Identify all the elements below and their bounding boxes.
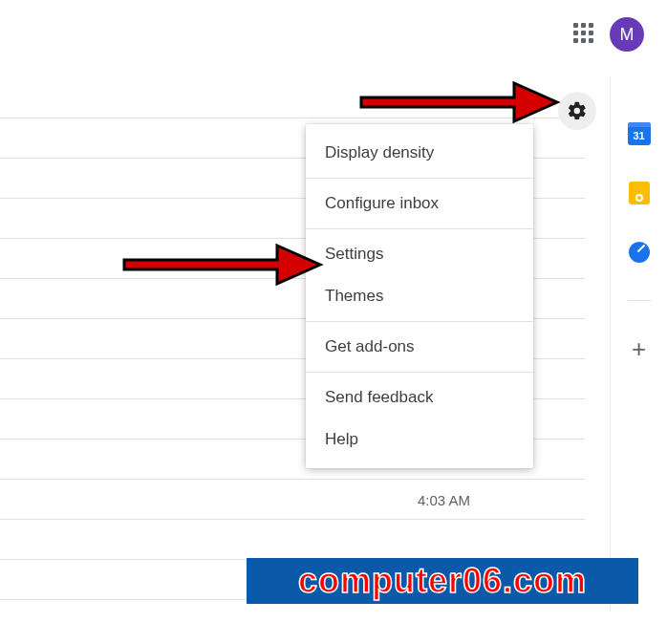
watermark-text: computer06.com: [298, 561, 587, 601]
menu-separator: [306, 372, 533, 373]
tasks-icon: [629, 242, 650, 263]
annotation-arrow-gear: [352, 59, 571, 136]
avatar-initial: M: [620, 25, 635, 45]
menu-label: Configure inbox: [325, 194, 439, 212]
annotation-arrow-settings: [115, 222, 334, 298]
menu-separator: [306, 178, 533, 179]
menu-label: Display density: [325, 143, 434, 161]
add-app-button[interactable]: +: [628, 337, 651, 360]
menu-separator: [306, 228, 533, 229]
menu-item-send-feedback[interactable]: Send feedback: [306, 376, 533, 419]
menu-item-help[interactable]: Help: [306, 419, 533, 461]
calendar-app[interactable]: 31: [628, 122, 651, 145]
keep-icon: [629, 182, 650, 204]
settings-menu: Display density Configure inbox Settings…: [306, 124, 533, 468]
plus-icon: +: [632, 336, 646, 361]
calendar-icon: 31: [628, 122, 651, 145]
menu-separator: [306, 321, 533, 322]
menu-label: Send feedback: [325, 388, 433, 406]
rail-separator: [628, 300, 651, 301]
menu-label: Help: [325, 430, 358, 448]
avatar[interactable]: M: [610, 17, 644, 52]
watermark: computer06.com: [247, 558, 638, 604]
menu-item-settings[interactable]: Settings: [306, 233, 533, 275]
side-rail: 31 +: [610, 76, 667, 612]
menu-item-get-addons[interactable]: Get add-ons: [306, 326, 533, 368]
mail-row[interactable]: 4:03 AM: [0, 480, 585, 520]
tasks-app[interactable]: [628, 241, 651, 264]
menu-label: Get add-ons: [325, 337, 415, 355]
mail-time: 4:03 AM: [418, 491, 470, 507]
mail-row[interactable]: [0, 520, 585, 560]
menu-item-themes[interactable]: Themes: [306, 275, 533, 317]
keep-app[interactable]: [628, 182, 651, 204]
menu-item-configure-inbox[interactable]: Configure inbox: [306, 182, 533, 225]
menu-item-display-density[interactable]: Display density: [306, 132, 533, 174]
apps-grid-icon[interactable]: [573, 23, 594, 44]
calendar-day: 31: [633, 130, 644, 141]
